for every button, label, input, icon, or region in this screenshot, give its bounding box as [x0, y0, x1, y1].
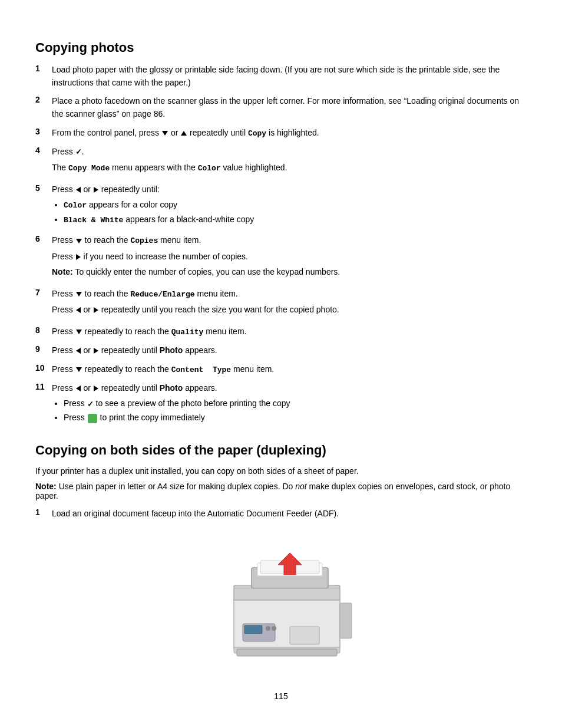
content-type-label: Content Type — [171, 365, 231, 374]
arrow-down-icon — [162, 131, 168, 136]
svg-point-8 — [266, 626, 270, 631]
check-icon: ✓ — [75, 146, 82, 158]
section2-title: Copying on both sides of the paper (dupl… — [35, 443, 527, 458]
not-italic: not — [295, 482, 306, 491]
step-num-6: 6 — [35, 234, 52, 243]
step-num-11: 11 — [35, 382, 52, 391]
step-num-10: 10 — [35, 363, 52, 373]
arrow-down-icon-10 — [76, 367, 82, 372]
note-label-6: Note: — [52, 267, 73, 276]
step-11: 11 Press or repeatedly until Photo appea… — [35, 382, 527, 427]
quality-label: Quality — [171, 328, 204, 337]
step-num-2: 2 — [35, 95, 52, 104]
step-content-5: Press or repeatedly until: Color appears… — [52, 183, 527, 229]
step-num-1: 1 — [35, 64, 52, 73]
printer-svg — [199, 532, 363, 668]
step-6: 6 Press to reach the Copies menu item. P… — [35, 234, 527, 282]
reduce-enlarge-label: Reduce/Enlarge — [130, 290, 194, 299]
step-content-3: From the control panel, press or repeate… — [52, 127, 527, 140]
step-num-8: 8 — [35, 325, 52, 335]
step-num-3: 3 — [35, 127, 52, 136]
step-7: 7 Press to reach the Reduce/Enlarge menu… — [35, 288, 527, 319]
step-content-10: Press repeatedly to reach the Content Ty… — [52, 363, 527, 376]
check-icon-11: ✓ — [87, 398, 94, 410]
arrow-right-icon-6 — [76, 254, 81, 260]
step-num-5: 5 — [35, 183, 52, 193]
step-2: 2 Place a photo facedown on the scanner … — [35, 95, 527, 120]
green-button-icon — [88, 414, 97, 423]
photo-label-9: Photo — [160, 345, 183, 355]
arrow-down-icon-8 — [76, 330, 82, 334]
step-4: 4 Press ✓. The Copy Mode menu appears wi… — [35, 146, 527, 177]
arrow-left-icon-11 — [76, 386, 81, 391]
section2-step-content-1: Load an original document faceup into th… — [52, 508, 527, 521]
page-number: 115 — [35, 691, 527, 701]
svg-point-9 — [272, 626, 276, 631]
step-8: 8 Press repeatedly to reach the Quality … — [35, 325, 527, 338]
arrow-right-icon-11 — [94, 386, 98, 391]
note-label-s2: Note: — [35, 482, 57, 491]
printer-diagram — [35, 532, 527, 668]
section2-step-1: 1 Load an original document faceup into … — [35, 508, 527, 521]
section2-intro: If your printer has a duplex unit instal… — [35, 466, 527, 476]
arrow-down-icon-7 — [76, 292, 82, 297]
step-3: 3 From the control panel, press or repea… — [35, 127, 527, 140]
arrow-up-icon — [181, 131, 187, 136]
bullet-green: Press to print the copy immediately — [64, 411, 527, 424]
step-num-7: 7 — [35, 288, 52, 297]
step-content-8: Press repeatedly to reach the Quality me… — [52, 325, 527, 338]
copy-label: Copy — [248, 129, 266, 138]
copy-mode-label: Copy Mode — [68, 164, 110, 173]
section2-note: Note: Use plain paper in letter or A4 si… — [35, 482, 527, 500]
svg-rect-14 — [237, 649, 337, 656]
step-content-6: Press to reach the Copies menu item. Pre… — [52, 234, 527, 282]
step-content-1: Load photo paper with the glossy or prin… — [52, 64, 527, 89]
step-content-7: Press to reach the Reduce/Enlarge menu i… — [52, 288, 527, 319]
step-content-4: Press ✓. The Copy Mode menu appears with… — [52, 146, 527, 177]
svg-rect-7 — [244, 625, 262, 634]
step-num-4: 4 — [35, 146, 52, 155]
bullet-color: Color appears for a color copy — [64, 199, 527, 212]
step-num-9: 9 — [35, 344, 52, 354]
step-5: 5 Press or repeatedly until: Color appea… — [35, 183, 527, 229]
arrow-left-icon — [76, 187, 81, 193]
step-content-9: Press or repeatedly until Photo appears. — [52, 344, 527, 357]
bullet-check: Press ✓ to see a preview of the photo be… — [64, 397, 527, 410]
bullet-bw: Black & White appears for a black-and-wh… — [64, 213, 527, 226]
section2-step-num-1: 1 — [35, 508, 52, 517]
photo-label-11: Photo — [160, 383, 183, 393]
arrow-right-icon-7 — [94, 307, 98, 313]
section1-title: Copying photos — [35, 40, 527, 55]
step-10: 10 Press repeatedly to reach the Content… — [35, 363, 527, 376]
arrow-right-icon-9 — [94, 348, 98, 354]
copies-label: Copies — [130, 236, 158, 245]
arrow-right-icon — [94, 187, 98, 193]
arrow-left-icon-9 — [76, 348, 81, 354]
arrow-down-icon-6 — [76, 239, 82, 243]
svg-rect-12 — [290, 627, 319, 644]
color-label: Color — [198, 164, 221, 173]
step-content-11: Press or repeatedly until Photo appears.… — [52, 382, 527, 427]
step11-bullets: Press ✓ to see a preview of the photo be… — [64, 397, 527, 424]
step-9: 9 Press or repeatedly until Photo appear… — [35, 344, 527, 357]
svg-rect-13 — [340, 603, 352, 638]
arrow-left-icon-7 — [76, 307, 81, 313]
step5-bullets: Color appears for a color copy Black & W… — [64, 199, 527, 226]
step-1: 1 Load photo paper with the glossy or pr… — [35, 64, 527, 89]
step-content-2: Place a photo facedown on the scanner gl… — [52, 95, 527, 120]
